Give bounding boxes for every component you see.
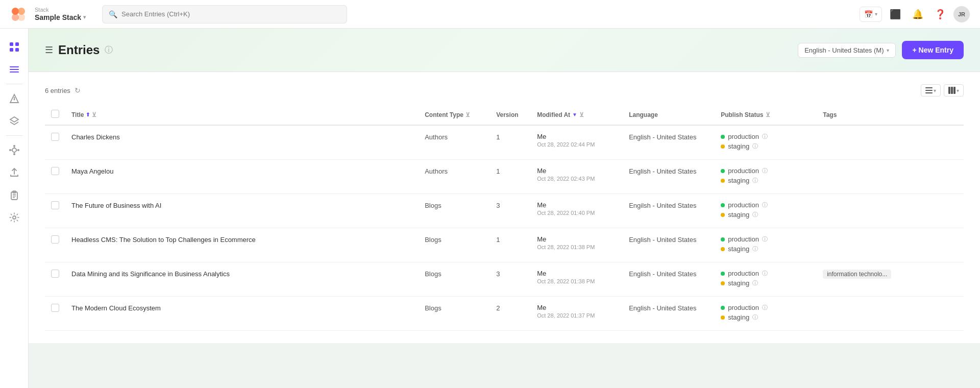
- inbox-button[interactable]: ⬛: [886, 5, 904, 23]
- row-language-cell: English - United States: [623, 160, 715, 194]
- row-checkbox[interactable]: [51, 304, 59, 312]
- publish-dot-production: [721, 203, 725, 207]
- publish-label: production: [728, 167, 759, 175]
- row-title[interactable]: Charles Dickens: [71, 133, 120, 141]
- table-row: The Future of Business with AIBlogs3 Me …: [45, 194, 964, 228]
- row-tags-cell: [817, 297, 964, 331]
- publish-info-icon[interactable]: ⓘ: [762, 201, 768, 209]
- publish-info-icon[interactable]: ⓘ: [752, 279, 758, 287]
- th-content-type: Content Type ⊻: [419, 105, 490, 125]
- row-language: English - United States: [629, 270, 696, 278]
- select-all-checkbox[interactable]: [51, 110, 59, 118]
- row-title-cell: The Modern Cloud Ecosystem: [65, 297, 419, 331]
- column-view-button[interactable]: ▾: [944, 84, 964, 96]
- publish-info-icon[interactable]: ⓘ: [752, 142, 758, 150]
- new-entry-button[interactable]: + New Entry: [902, 41, 964, 59]
- row-checkbox-cell: [45, 262, 65, 297]
- entries-table: Title ⬆ ⊻ Content Type ⊻ Version: [45, 105, 964, 331]
- row-title[interactable]: Maya Angelou: [71, 167, 113, 175]
- svg-rect-10: [10, 71, 19, 72]
- modified-sort-icon[interactable]: ▼: [572, 112, 577, 117]
- title-sort-icon[interactable]: ⬆: [86, 112, 90, 117]
- table-row: The Modern Cloud EcosystemBlogs2 Me Oct …: [45, 297, 964, 331]
- row-publish-cell: production ⓘ staging ⓘ: [715, 194, 817, 228]
- publish-filter-icon[interactable]: ⊻: [766, 111, 770, 118]
- publish-label: production: [728, 270, 759, 277]
- row-checkbox[interactable]: [51, 235, 59, 244]
- row-tags-cell: [817, 194, 964, 228]
- page-help-icon[interactable]: ⓘ: [105, 45, 113, 56]
- sidebar-item-network[interactable]: [4, 140, 24, 160]
- publish-label: staging: [728, 177, 749, 184]
- list-view-dropdown: ▾: [934, 88, 936, 93]
- user-avatar[interactable]: JR: [953, 6, 970, 22]
- row-content-type: Blogs: [425, 202, 442, 209]
- publish-info-icon[interactable]: ⓘ: [752, 313, 758, 321]
- stack-name[interactable]: Sample Stack ▾: [35, 13, 86, 22]
- notifications-button[interactable]: 🔔: [909, 5, 927, 23]
- row-checkbox[interactable]: [51, 167, 59, 175]
- row-checkbox[interactable]: [51, 133, 59, 141]
- help-button[interactable]: ❓: [931, 5, 949, 23]
- list-view-button[interactable]: ▾: [921, 84, 941, 96]
- row-content-type-cell: Authors: [419, 160, 490, 194]
- sidebar-item-dashboard[interactable]: [4, 37, 24, 57]
- publish-info-icon[interactable]: ⓘ: [762, 304, 768, 311]
- publish-info-icon[interactable]: ⓘ: [762, 133, 768, 140]
- publish-label: staging: [728, 313, 749, 321]
- sidebar-item-upload[interactable]: [4, 162, 24, 183]
- row-modified-cell: Me Oct 28, 2022 02:44 PM: [531, 125, 623, 160]
- publish-info-icon[interactable]: ⓘ: [752, 245, 758, 253]
- sidebar-item-layers[interactable]: [4, 111, 24, 131]
- publish-status-row: production ⓘ: [721, 167, 811, 175]
- row-tag[interactable]: information technolo...: [823, 270, 891, 279]
- publish-info-icon[interactable]: ⓘ: [752, 177, 758, 184]
- search-input[interactable]: [121, 10, 340, 18]
- th-checkbox: [45, 105, 65, 125]
- publish-info-icon[interactable]: ⓘ: [762, 235, 768, 243]
- modified-filter-icon[interactable]: ⊻: [579, 111, 584, 118]
- stack-label: Stack: [35, 7, 86, 13]
- publish-info-icon[interactable]: ⓘ: [762, 167, 768, 175]
- row-modified-date: Oct 28, 2022 01:38 PM: [537, 244, 617, 250]
- calendar-icon: 📅: [864, 10, 873, 18]
- row-checkbox[interactable]: [51, 270, 59, 278]
- table-body: Charles DickensAuthors1 Me Oct 28, 2022 …: [45, 125, 964, 331]
- title-filter-icon[interactable]: ⊻: [92, 111, 96, 118]
- row-title[interactable]: The Future of Business with AI: [71, 202, 161, 209]
- content-type-filter-icon[interactable]: ⊻: [465, 111, 470, 118]
- row-title[interactable]: The Modern Cloud Ecosystem: [71, 304, 161, 312]
- list-icon: [9, 64, 19, 75]
- page-header-right: English - United States (M) ▾ + New Entr…: [798, 41, 964, 59]
- row-title[interactable]: Data Mining and its Significance in Busi…: [71, 270, 230, 278]
- search-icon: 🔍: [109, 10, 117, 18]
- help-icon: ❓: [935, 9, 946, 20]
- th-version: Version: [490, 105, 531, 125]
- language-selector[interactable]: English - United States (M) ▾: [798, 43, 896, 58]
- sidebar-item-analytics[interactable]: [4, 88, 24, 109]
- publish-info-icon[interactable]: ⓘ: [752, 211, 758, 219]
- search-bar[interactable]: 🔍: [102, 5, 347, 23]
- publish-status-row: staging ⓘ: [721, 245, 811, 253]
- row-modified-by: Me: [537, 235, 617, 243]
- publish-info-icon[interactable]: ⓘ: [762, 270, 768, 277]
- page-title: Entries: [58, 43, 100, 57]
- svg-point-1: [18, 8, 25, 15]
- row-content-type-cell: Blogs: [419, 262, 490, 297]
- row-title-cell: The Future of Business with AI: [65, 194, 419, 228]
- calendar-button[interactable]: 📅 ▾: [860, 7, 882, 22]
- th-publish-status: Publish Status ⊻: [715, 105, 817, 125]
- publish-dot-staging: [721, 281, 725, 285]
- sidebar-item-settings[interactable]: [4, 207, 24, 228]
- table-controls: 6 entries ↻ ▾: [45, 84, 964, 96]
- row-content-type: Blogs: [425, 236, 442, 244]
- hamburger-icon[interactable]: ☰: [45, 44, 53, 56]
- row-title[interactable]: Headless CMS: The Solution to Top Challe…: [71, 236, 256, 244]
- sidebar-item-clipboard[interactable]: [4, 185, 24, 205]
- sidebar-item-list[interactable]: [4, 59, 24, 80]
- refresh-icon[interactable]: ↻: [75, 86, 81, 94]
- row-language-cell: English - United States: [623, 125, 715, 160]
- row-language-cell: English - United States: [623, 228, 715, 262]
- app-logo: [10, 6, 27, 22]
- row-checkbox[interactable]: [51, 201, 59, 209]
